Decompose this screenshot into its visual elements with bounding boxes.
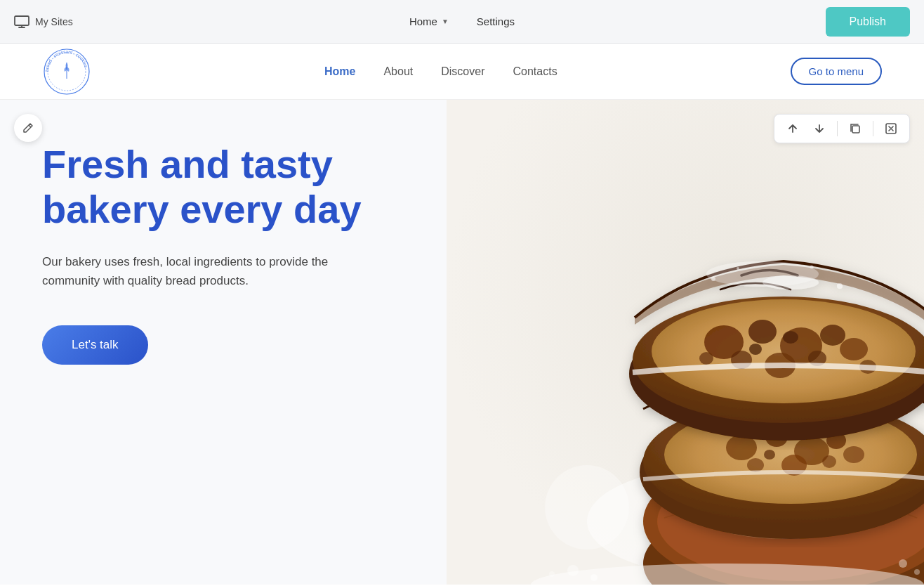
svg-point-54 [549,571,555,577]
lets-talk-button[interactable]: Let's talk [42,325,148,365]
svg-point-43 [749,344,762,355]
svg-point-49 [737,267,739,270]
delete-icon [885,122,897,135]
nav-links: Home About Discover Contacts [324,65,557,78]
go-to-menu-button[interactable]: Go to menu [791,58,882,85]
my-sites-label: My Sites [35,16,73,27]
hero-subtitle: Our bakery uses fresh, local ingredients… [42,252,344,290]
toolbar-divider [837,121,838,136]
hero-section: Fresh and tasty bakery every day Our bak… [0,100,924,585]
svg-point-46 [763,275,819,289]
svg-rect-5 [852,126,859,133]
svg-point-27 [764,450,775,460]
svg-point-24 [747,458,764,472]
copy-icon [849,122,862,135]
move-down-button[interactable] [808,119,831,138]
copy-section-button[interactable] [844,119,866,138]
nav-discover-link[interactable]: Discover [441,65,484,78]
nav-home-link[interactable]: Home [324,65,355,78]
svg-point-34 [748,320,777,344]
nav-about-link[interactable]: About [383,65,413,78]
section-toolbar [774,114,910,143]
arrow-up-icon [786,122,799,135]
svg-point-52 [567,565,579,576]
arrow-down-icon [813,122,826,135]
svg-point-50 [810,266,814,269]
svg-point-47 [711,277,715,281]
svg-point-56 [914,569,920,575]
svg-point-53 [590,574,598,581]
svg-point-44 [783,331,798,344]
svg-point-10 [545,465,629,549]
toolbar-divider-2 [873,121,873,136]
move-up-button[interactable] [781,119,804,138]
hero-title: Fresh and tasty bakery every day [42,142,362,233]
svg-point-55 [899,559,907,568]
editor-nav: Home ▼ Settings [397,10,527,33]
svg-point-36 [820,325,845,346]
publish-button[interactable]: Publish [826,7,910,37]
site-navigation: bread · croissant · cookies · Home About… [0,44,924,100]
svg-point-26 [822,455,836,468]
site-preview: bread · croissant · cookies · Home About… [0,44,924,586]
svg-point-28 [843,446,864,463]
svg-point-48 [837,283,843,289]
my-sites-section[interactable]: My Sites [14,15,73,28]
nav-contacts-link[interactable]: Contacts [513,65,557,78]
chevron-down-icon: ▼ [442,18,449,25]
edit-pencil-button[interactable] [14,114,42,142]
site-logo: bread · croissant · cookies · [42,47,91,96]
settings-nav-button[interactable]: Settings [464,10,527,33]
delete-section-button[interactable] [880,119,902,138]
home-nav-button[interactable]: Home ▼ [397,10,461,33]
editor-bar: My Sites Home ▼ Settings Publish [0,0,924,44]
monitor-icon [14,15,29,28]
hero-content: Fresh and tasty bakery every day Our bak… [42,142,362,365]
pencil-icon [22,122,34,134]
svg-rect-0 [15,16,29,25]
svg-point-41 [840,338,868,360]
bread-image [447,100,924,585]
svg-point-40 [699,352,713,365]
